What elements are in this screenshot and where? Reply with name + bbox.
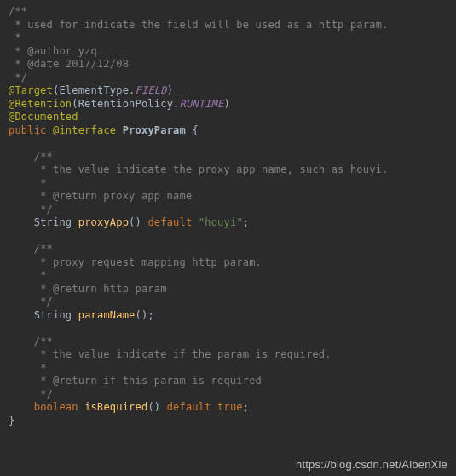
javadoc-line: * the value indicate if the param is req… bbox=[34, 348, 332, 360]
parens: () bbox=[129, 216, 141, 228]
type-name: ProxyParam bbox=[123, 124, 186, 136]
enum-constant: RUNTIME bbox=[180, 98, 224, 110]
method-isrequired: isRequired bbox=[84, 401, 147, 413]
annotation-documented: @Documented bbox=[9, 111, 78, 123]
enum-class: RetentionPolicy bbox=[78, 98, 173, 110]
annotation-retention: @Retention bbox=[9, 98, 72, 110]
javadoc-line: */ bbox=[34, 204, 53, 215]
parens: () bbox=[136, 309, 148, 321]
boolean-literal: true bbox=[217, 401, 243, 413]
semicolon: ; bbox=[147, 309, 153, 321]
javadoc-line: * @return http param bbox=[34, 283, 167, 295]
keyword-interface: @interface bbox=[53, 124, 116, 136]
dot: . bbox=[173, 98, 179, 110]
method-proxyapp: proxyApp bbox=[78, 216, 129, 228]
javadoc-line: /** bbox=[34, 243, 53, 255]
paren: ) bbox=[223, 98, 229, 110]
javadoc-line: * @date 2017/12/08 bbox=[9, 58, 129, 70]
watermark-text: https://blog.csdn.net/AlbenXie bbox=[296, 458, 447, 472]
javadoc-line: * bbox=[34, 362, 47, 374]
javadoc-line: * @return proxy app name bbox=[34, 190, 193, 202]
dot: . bbox=[129, 84, 135, 96]
javadoc-line: * @author yzq bbox=[9, 45, 97, 57]
javadoc-line: * bbox=[9, 32, 21, 43]
string-literal: "houyi" bbox=[199, 216, 243, 228]
return-type: boolean bbox=[34, 401, 78, 413]
javadoc-line: /** bbox=[9, 5, 27, 17]
keyword-default: default bbox=[167, 401, 211, 413]
brace-close: } bbox=[9, 415, 14, 427]
javadoc-line: * @return if this param is required bbox=[34, 375, 262, 387]
javadoc-line: * bbox=[34, 269, 47, 281]
enum-class: ElementType bbox=[59, 84, 129, 96]
javadoc-line: * the value indicate the proxy app name,… bbox=[34, 163, 389, 175]
semicolon: ; bbox=[243, 216, 249, 228]
return-type: String bbox=[34, 216, 72, 228]
javadoc-line: * proxy request mapping http param. bbox=[34, 256, 262, 268]
javadoc-line: */ bbox=[9, 72, 27, 83]
javadoc-line: * bbox=[34, 177, 47, 189]
keyword-public: public bbox=[9, 124, 47, 136]
paren: ( bbox=[72, 98, 78, 110]
return-type: String bbox=[34, 309, 72, 321]
method-paramname: paramName bbox=[78, 309, 136, 321]
javadoc-line: /** bbox=[34, 335, 53, 347]
javadoc-line: */ bbox=[34, 388, 53, 400]
code-editor[interactable]: /** * used for indicate the field will b… bbox=[0, 0, 456, 427]
brace-open: { bbox=[192, 124, 198, 136]
keyword-default: default bbox=[147, 216, 192, 228]
parens: () bbox=[147, 401, 160, 413]
enum-constant: FIELD bbox=[136, 84, 167, 96]
annotation-target: @Target bbox=[9, 84, 53, 96]
javadoc-line: /** bbox=[34, 151, 53, 163]
paren: ) bbox=[167, 84, 173, 96]
semicolon: ; bbox=[243, 401, 249, 413]
javadoc-line: */ bbox=[34, 295, 53, 307]
javadoc-line: * used for indicate the field will be us… bbox=[9, 19, 388, 31]
